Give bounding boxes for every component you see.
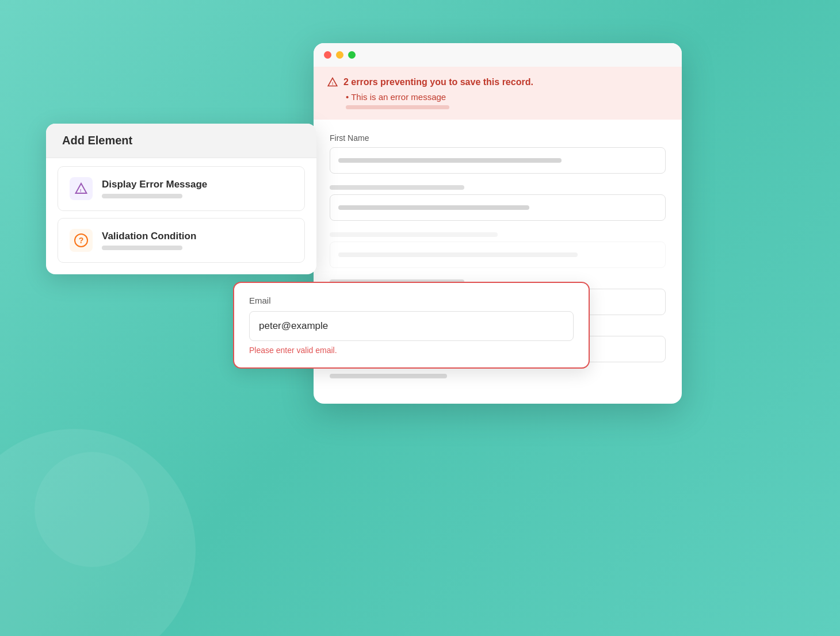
- error-message-bullet: •: [346, 92, 351, 102]
- svg-text:!: !: [332, 82, 333, 86]
- window-titlebar: [314, 43, 682, 67]
- firstname-label: First Name: [330, 133, 666, 143]
- item-subtext-display-error: [102, 194, 182, 198]
- error-banner-header: ! 2 errors preventing you to save this r…: [327, 77, 668, 87]
- email-inner-bar: [338, 252, 578, 257]
- form-group-field2: [330, 185, 666, 221]
- item-label-validation: Validation Condition: [102, 231, 196, 242]
- item-label-display-error: Display Error Message: [102, 179, 207, 190]
- validation-icon-bg: ?: [70, 229, 93, 252]
- add-element-panel: Add Element ! Display Error Message ? Va…: [46, 124, 316, 274]
- error-banner: ! 2 errors preventing you to save this r…: [314, 67, 682, 120]
- svg-text:!: !: [80, 188, 82, 193]
- field6-label-bar: [330, 374, 447, 378]
- item-text-validation: Validation Condition: [102, 231, 196, 250]
- error-banner-title: 2 errors preventing you to save this rec…: [343, 77, 533, 87]
- firstname-input-mock[interactable]: [330, 147, 666, 174]
- circle-question-icon: ?: [74, 233, 88, 247]
- form-group-field6: [330, 374, 666, 378]
- item-text-display-error: Display Error Message: [102, 179, 207, 198]
- email-highlight-card: Email Please enter valid email.: [233, 282, 590, 369]
- email-label: Email: [249, 296, 574, 305]
- form-group-firstname: First Name: [330, 133, 666, 174]
- email-error-message: Please enter valid email.: [249, 346, 574, 355]
- error-triangle-icon: !: [327, 77, 338, 87]
- error-banner-underline: [346, 105, 449, 109]
- titlebar-dot-red: [324, 51, 331, 59]
- field2-input-mock[interactable]: [330, 194, 666, 221]
- titlebar-dot-yellow: [336, 51, 343, 59]
- item-subtext-validation: [102, 246, 182, 250]
- email-input-placeholder: [330, 242, 666, 268]
- panel-title: Add Element: [62, 134, 132, 147]
- list-item-display-error[interactable]: ! Display Error Message: [58, 166, 305, 211]
- panel-items: ! Display Error Message ? Validation Con…: [46, 158, 316, 274]
- titlebar-dot-green: [348, 51, 356, 59]
- field2-inner-bar: [338, 205, 529, 210]
- email-input[interactable]: [249, 311, 574, 341]
- error-banner-message: • This is an error message: [346, 92, 668, 102]
- email-label-bar-placeholder: [330, 232, 498, 237]
- display-error-icon-bg: !: [70, 177, 93, 200]
- panel-header: Add Element: [46, 124, 316, 158]
- triangle-warning-icon: !: [75, 182, 87, 195]
- list-item-validation-condition[interactable]: ? Validation Condition: [58, 218, 305, 263]
- form-group-email-placeholder: [330, 232, 666, 268]
- firstname-inner-bar: [338, 158, 562, 163]
- field2-label-bar: [330, 185, 464, 190]
